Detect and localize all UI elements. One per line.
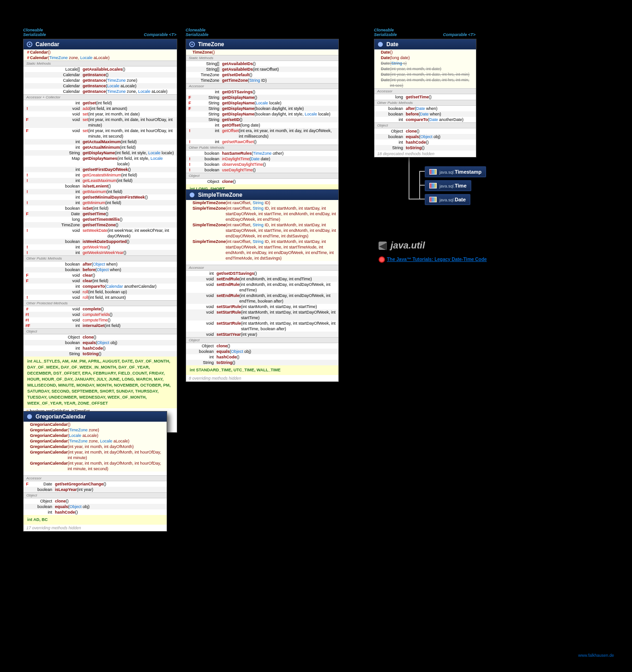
class-icon <box>377 41 384 48</box>
method-row: TimeZoneget/setTimeZone () <box>24 222 177 228</box>
method-row: FDateget/setTime () <box>24 211 177 217</box>
method-row: FStringgetDisplayName (Locale locale) <box>186 100 338 106</box>
svg-point-6 <box>27 414 32 419</box>
link-comparable-2[interactable]: Comparable <T> <box>443 32 476 37</box>
method-row: inthashCode () <box>24 345 177 351</box>
method-row: booleanafter (Object when) <box>24 261 177 267</box>
method-row: Stringget/setID () <box>186 117 338 122</box>
link-cloneable[interactable]: Cloneable <box>23 28 43 32</box>
timezone-title: TimeZone <box>198 41 224 48</box>
constructor-row: Date (int year, int month, int date, int… <box>374 77 476 88</box>
method-row: StringtoString () <box>24 351 177 357</box>
method-row: StringtoString () <box>374 145 476 151</box>
method-row: !booleanobservesDaylightTime () <box>186 162 338 167</box>
method-row: voidsetEndRule (int endMonth, int endDay… <box>186 282 338 293</box>
method-row: booleanequals (Object obj) <box>24 340 177 345</box>
class-simpletimezone: SimpleTimeZone SimpleTimeZone (int rawOf… <box>186 189 339 382</box>
date-title: Date <box>386 41 398 48</box>
method-row: intget/set (int field) <box>24 100 177 106</box>
method-row: voidroll (int field, boolean up) <box>24 289 177 295</box>
method-row: voidsetStartRule (int startMonth, int st… <box>186 309 338 321</box>
method-row: CalendargetInstance (TimeZone zone) <box>24 78 177 83</box>
svg-point-5 <box>378 42 383 47</box>
stz-header: SimpleTimeZone <box>186 190 338 200</box>
method-row: booleanequals (Object obj) <box>374 134 476 139</box>
method-row: !voidsetWeekDate (int weekYear, int week… <box>24 228 177 239</box>
link-comparable[interactable]: Comparable <T> <box>144 32 176 37</box>
link-serializable[interactable]: Serializable <box>23 32 46 37</box>
timezone-implements: Cloneable Serializable <box>186 28 338 37</box>
method-row: CalendargetInstance (TimeZone zone, Loca… <box>24 89 177 94</box>
credit[interactable]: www.falkhausen.de <box>578 653 614 658</box>
method-row: voidset (int year, int month, int date) <box>24 111 177 117</box>
link-cloneable-2[interactable]: Cloneable <box>186 28 205 32</box>
constructor-row: #Calendar (TimeZone zone, Locale aLocale… <box>24 55 177 61</box>
calendar-implements: Cloneable Serializable Comparable <T> <box>23 28 176 37</box>
method-row: longget/setTime () <box>374 94 476 100</box>
method-row: String[]getAvailableIDs () <box>186 61 338 67</box>
method-row: FDateget/setGregorianChange () <box>24 481 167 487</box>
stz-title: SimpleTimeZone <box>198 192 242 198</box>
tz-acc-label: Accessor <box>186 83 338 89</box>
constructor-row: GregorianCalendar (TimeZone zone, Locale… <box>24 438 167 444</box>
method-row: voidsetStartRule (int startMonth, int st… <box>186 321 338 332</box>
constructor-row: GregorianCalendar (TimeZone zone) <box>24 427 167 433</box>
link-serializable-2[interactable]: Serializable <box>186 32 209 37</box>
line-date-sql-h <box>409 199 420 200</box>
abstract-class-icon <box>26 41 33 48</box>
method-row: !intgetWeekYear () <box>24 244 177 250</box>
class-calendar: Calendar #Calendar ()#Calendar (TimeZone… <box>23 39 177 433</box>
method-row: !intget/setRawOffset () <box>186 139 338 145</box>
greg-title: GregorianCalendar <box>36 413 86 420</box>
method-row: MapgetDisplayNames (int field, int style… <box>24 156 177 167</box>
method-row: booleanbefore (Object when) <box>24 267 177 272</box>
constructor-row: Date () <box>374 49 476 55</box>
caret-icon: ◀ <box>379 242 387 250</box>
method-row: booleanis/setLenient () <box>24 183 177 189</box>
method-row: !booleanuseDaylightTime () <box>186 167 338 173</box>
tutorial-link[interactable]: The Java™ Tutorials: Legacy Date-Time Co… <box>379 256 487 263</box>
link-time[interactable]: java.sql.Time <box>425 180 471 191</box>
link-cloneable-3[interactable]: Cloneable <box>374 28 394 32</box>
class-date: Date Date ()Date (long date)Date (String… <box>374 39 476 157</box>
method-row: StringgetDisplayName (int field, int sty… <box>24 150 177 156</box>
constructor-row: GregorianCalendar (int year, int month, … <box>24 460 167 472</box>
date-header: Date <box>374 39 476 49</box>
package-label: ◀ java.util <box>379 240 425 251</box>
method-row: booleanafter (Date when) <box>374 106 476 111</box>
line-sql-ts <box>419 171 425 172</box>
greg-header: GregorianCalendar <box>24 412 167 422</box>
link-serializable-3[interactable]: Serializable <box>374 32 397 37</box>
method-row: Objectclone () <box>24 498 167 504</box>
method-row: inthashCode () <box>24 509 167 515</box>
constructor-row: TimeZone () <box>186 49 338 55</box>
method-row: Fvoidset (int year, int month, int date,… <box>24 117 177 128</box>
method-row: StringgetDisplayName (boolean daylight, … <box>186 111 338 117</box>
constructor-row: GregorianCalendar () <box>24 422 167 427</box>
link-sqldate[interactable]: java.sql.Date <box>425 194 470 205</box>
method-row: !intgetGreatestMinimum (int field) <box>24 172 177 178</box>
method-row: !intgetOffset (int era, int year, int mo… <box>186 128 338 139</box>
class-icon <box>26 413 33 420</box>
greg-hidden: 17 overriding methods hidden <box>24 525 167 531</box>
calendar-obj-label: Object <box>24 328 177 334</box>
method-row: intgetOffset (long date) <box>186 122 338 128</box>
class-icon <box>189 192 195 198</box>
stz-constants: int STANDARD_TIME, UTC_TIME, WALL_TIME <box>186 365 338 375</box>
constructor-row: GregorianCalendar (int year, int month, … <box>24 449 167 460</box>
method-row: voidsetEndRule (int endMonth, int endDay… <box>186 293 338 304</box>
method-row: voidsetStartYear (int year) <box>186 332 338 337</box>
package-icon <box>429 197 437 202</box>
method-row: voidsetEndRule (int endMonth, int endDay… <box>186 276 338 282</box>
constructor-row: Date (int year, int month, int date, int… <box>374 72 476 77</box>
method-row: !intgetMinimum (int field) <box>24 200 177 206</box>
constructor-row: SimpleTimeZone (int rawOffset, String ID… <box>186 239 338 261</box>
method-row: CalendargetInstance () <box>24 72 177 78</box>
constructor-row: Date (long date) <box>374 55 476 61</box>
tz-static-label: Static Methods <box>186 55 338 61</box>
link-timestamp[interactable]: java.sql.Timestamp <box>425 166 486 177</box>
method-row: #!voidcomputeTime () <box>24 317 177 323</box>
method-row: Fvoidclear () <box>24 272 177 278</box>
class-gregoriancalendar: GregorianCalendar GregorianCalendar ()Gr… <box>23 411 167 532</box>
method-row: booleanequals (Object obj) <box>24 504 167 509</box>
